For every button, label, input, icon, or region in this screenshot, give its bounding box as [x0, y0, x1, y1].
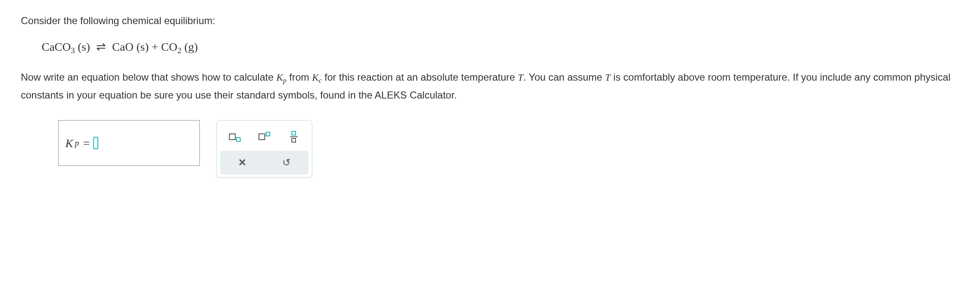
- temperature-symbol: T: [518, 72, 523, 83]
- equilibrium-arrow-icon: ⇌: [96, 40, 106, 53]
- superscript-template-icon: [259, 133, 270, 140]
- rhs1-formula: CaO: [112, 40, 133, 53]
- undo-icon: ↺: [282, 154, 291, 171]
- kp-symbol: Kp: [276, 72, 286, 83]
- kc-sub: c: [318, 76, 321, 84]
- prompt-seg-2: from: [286, 72, 312, 83]
- undo-button[interactable]: ↺: [278, 154, 295, 171]
- subscript-template-button[interactable]: [226, 128, 243, 145]
- kp-sub: p: [283, 76, 286, 84]
- input-cursor-icon[interactable]: [93, 137, 98, 149]
- lhs-formula: CaCO: [42, 40, 71, 53]
- prompt-text: Now write an equation below that shows h…: [21, 69, 958, 104]
- kc-base: K: [312, 72, 318, 83]
- rhs1-state: (s): [137, 40, 149, 53]
- equation-palette: ✕ ↺: [216, 120, 312, 178]
- superscript-template-button[interactable]: [256, 128, 273, 145]
- rhs2-sub: 2: [177, 46, 182, 55]
- prompt-seg-4: . You can assume: [523, 72, 605, 83]
- plus-sign: +: [152, 40, 158, 53]
- temperature-symbol-2: T: [605, 72, 610, 83]
- kc-symbol: Kc: [312, 72, 321, 83]
- fraction-template-icon: [290, 131, 298, 143]
- rhs2-state: (g): [184, 40, 198, 53]
- prompt-seg-3: for this reaction at an absolute tempera…: [322, 72, 518, 83]
- answer-lhs-base: K: [65, 133, 73, 153]
- x-icon: ✕: [238, 154, 246, 171]
- prompt-seg-1: Now write an equation below that shows h…: [21, 72, 276, 83]
- lhs-sub: 3: [71, 46, 75, 55]
- kp-base: K: [276, 72, 283, 83]
- clear-button[interactable]: ✕: [234, 154, 251, 171]
- intro-text: Consider the following chemical equilibr…: [21, 12, 958, 30]
- lhs-state: (s): [78, 40, 90, 53]
- fraction-template-button[interactable]: [286, 128, 302, 145]
- rhs2-formula: CO: [161, 40, 177, 53]
- answer-lhs-sub: p: [75, 136, 79, 150]
- subscript-template-icon: [229, 133, 241, 140]
- answer-input-box[interactable]: Kp =: [58, 120, 200, 166]
- chemical-equation: CaCO3 (s) ⇌ CaO (s) + CO2 (g): [42, 37, 958, 57]
- equals-sign: =: [83, 133, 90, 153]
